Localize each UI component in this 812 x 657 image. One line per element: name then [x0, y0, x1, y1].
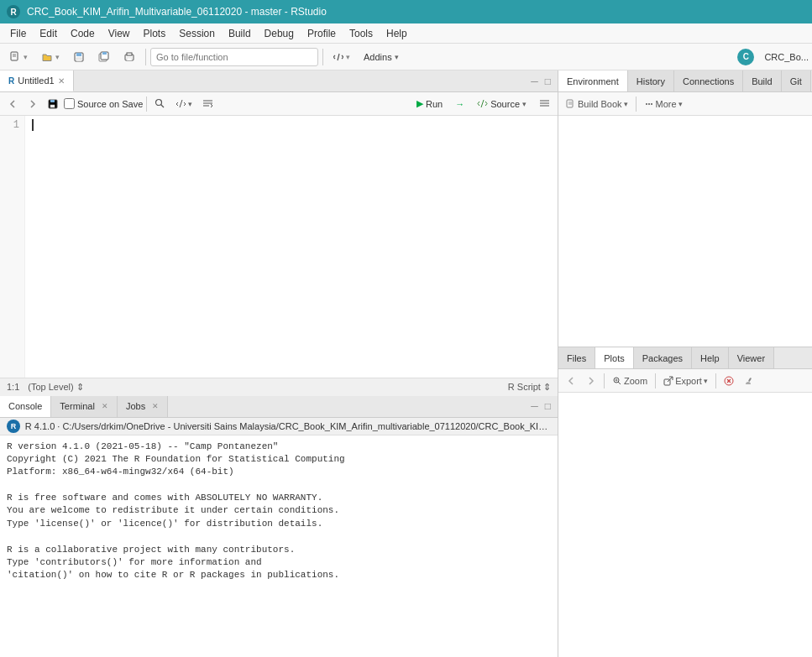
console-maximize-icon[interactable]: □: [542, 399, 554, 414]
more-button[interactable]: More ▾: [640, 97, 687, 111]
code-tools-btn[interactable]: ▾: [171, 96, 196, 111]
console-output[interactable]: R version 4.1.0 (2021-05-18) -- "Camp Po…: [0, 435, 558, 587]
svg-point-26: [646, 103, 647, 105]
menu-item-profile[interactable]: Profile: [301, 26, 343, 41]
menu-item-session[interactable]: Session: [172, 26, 222, 41]
code-content[interactable]: [25, 116, 558, 378]
brush-plot-button[interactable]: [740, 374, 758, 388]
right-top-tab-environment[interactable]: Environment: [558, 70, 628, 91]
menu-item-build[interactable]: Build: [222, 26, 258, 41]
right-bottom-tab-packages[interactable]: Packages: [634, 347, 692, 368]
editor-tab-untitled1[interactable]: R Untitled1 ✕: [0, 70, 74, 91]
run-next-button[interactable]: →: [451, 97, 469, 111]
svg-rect-4: [76, 53, 81, 56]
editor-options-button[interactable]: [535, 96, 554, 111]
zoom-button[interactable]: Zoom: [608, 374, 652, 388]
more-label: More: [656, 99, 677, 109]
menu-item-tools[interactable]: Tools: [343, 26, 380, 41]
right-top-tab-bar: EnvironmentHistoryConnectionsBuildGit: [558, 70, 812, 92]
cursor-level: (Top Level) ⇕: [28, 382, 83, 393]
build-toolbar-divider: [636, 96, 637, 112]
console-minimize-icon[interactable]: ─: [527, 399, 542, 414]
source-on-save-checkbox[interactable]: [64, 98, 75, 109]
plots-forward-button[interactable]: [582, 374, 600, 388]
main-toolbar: ▾ ▾ ▾ Addins ▾ C CRC_Bo...: [0, 44, 812, 70]
right-bottom-tab-help[interactable]: Help: [692, 347, 729, 368]
addins-button[interactable]: Addins ▾: [358, 47, 405, 67]
toolbar-separator-1: [145, 49, 146, 65]
svg-point-28: [651, 103, 652, 105]
right-bottom-tab-viewer[interactable]: Viewer: [729, 347, 774, 368]
console-tab-jobs[interactable]: Jobs✕: [118, 396, 168, 417]
right-top-panel: EnvironmentHistoryConnectionsBuildGit Bu…: [558, 70, 812, 347]
build-book-button[interactable]: Build Book ▾: [562, 97, 632, 111]
svg-rect-14: [50, 105, 55, 107]
console-tab-close-jobs[interactable]: ✕: [152, 402, 159, 410]
menu-item-file[interactable]: File: [3, 26, 33, 41]
right-panel: EnvironmentHistoryConnectionsBuildGit Bu…: [558, 70, 812, 657]
menu-item-code[interactable]: Code: [64, 26, 102, 41]
open-file-button[interactable]: ▾: [35, 47, 65, 67]
app-icon: R: [7, 5, 20, 18]
line-numbers: 1: [0, 116, 25, 378]
plot-toolbar-divider-2: [655, 373, 656, 388]
console-tab-console[interactable]: Console: [0, 396, 51, 417]
svg-rect-13: [50, 100, 55, 102]
right-top-tab-git[interactable]: Git: [782, 70, 811, 91]
build-toolbar: Build Book ▾ More ▾: [558, 92, 812, 116]
svg-point-15: [156, 100, 162, 106]
svg-rect-38: [748, 377, 752, 381]
tab-close-icon[interactable]: ✕: [58, 76, 65, 86]
menu-item-plots[interactable]: Plots: [137, 26, 173, 41]
run-button[interactable]: ▶ Run: [410, 97, 449, 110]
console-tab-terminal[interactable]: Terminal✕: [51, 396, 118, 417]
plots-back-button[interactable]: [562, 374, 580, 388]
code-tools-button[interactable]: ▾: [327, 47, 356, 67]
nav-back-button[interactable]: [3, 97, 22, 111]
script-type[interactable]: R Script ⇕: [508, 382, 551, 393]
right-bottom-tab-bar: FilesPlotsPackagesHelpViewer: [558, 347, 812, 369]
menu-item-help[interactable]: Help: [380, 26, 414, 41]
build-book-label: Build Book: [578, 99, 622, 109]
build-book-chevron: ▾: [624, 100, 628, 108]
menu-item-edit[interactable]: Edit: [33, 26, 64, 41]
script-type-icon: ⇕: [543, 382, 551, 392]
delete-plot-button[interactable]: [720, 374, 738, 388]
level-icon: ⇕: [76, 382, 84, 392]
nav-forward-button[interactable]: [24, 97, 42, 111]
export-label: Export: [675, 376, 702, 386]
svg-rect-8: [102, 52, 107, 55]
source-on-save-label[interactable]: Source on Save: [64, 98, 143, 109]
find-button[interactable]: [150, 96, 170, 111]
code-editor[interactable]: 1: [0, 116, 558, 378]
save-all-button[interactable]: [92, 47, 116, 67]
console-tab-bar: ConsoleTerminal✕Jobs✕ ─ □: [0, 396, 558, 418]
right-top-tab-connections[interactable]: Connections: [674, 70, 743, 91]
editor-maximize-icon[interactable]: □: [542, 74, 554, 89]
source-button[interactable]: Source ▾: [470, 97, 533, 110]
right-bottom-tab-files[interactable]: Files: [558, 347, 595, 368]
wrap-toggle-button[interactable]: [198, 96, 217, 111]
editor-minimize-icon[interactable]: ─: [527, 74, 542, 89]
cursor-position: 1:1: [7, 382, 19, 392]
console-content: R R 4.1.0 · C:/Users/drkim/OneDrive - Un…: [0, 418, 558, 658]
save-button[interactable]: [67, 47, 91, 67]
toolbar-divider-1: [146, 96, 147, 112]
svg-rect-10: [127, 53, 132, 55]
export-button[interactable]: Export ▾: [659, 374, 712, 388]
editor-tab-label: Untitled1: [18, 76, 54, 86]
menu-item-view[interactable]: View: [102, 26, 137, 41]
menu-item-debug[interactable]: Debug: [258, 26, 301, 41]
export-chevron-icon: ▾: [704, 377, 708, 385]
right-top-tab-build[interactable]: Build: [743, 70, 781, 91]
right-bottom-tab-plots[interactable]: Plots: [595, 347, 633, 368]
new-file-button[interactable]: ▾: [3, 47, 34, 67]
toolbar-separator-2: [322, 49, 323, 65]
go-to-file-input[interactable]: [150, 48, 318, 66]
print-button[interactable]: [118, 47, 141, 67]
save-file-button[interactable]: [44, 97, 62, 111]
project-name: CRC_Bo...: [764, 52, 809, 62]
environment-content: [558, 116, 812, 347]
right-top-tab-history[interactable]: History: [628, 70, 674, 91]
console-tab-close-terminal[interactable]: ✕: [102, 402, 108, 410]
